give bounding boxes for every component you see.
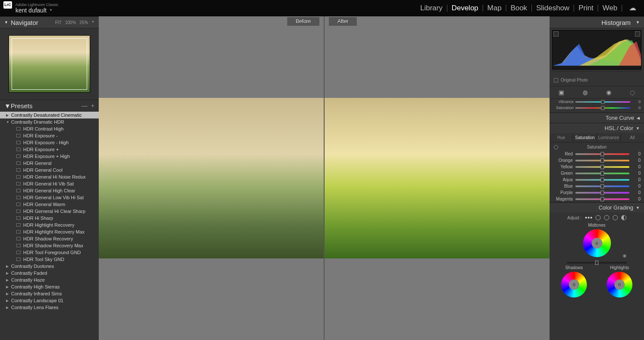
- preset-item[interactable]: HDR Exposure - High: [0, 139, 99, 146]
- identity-plate[interactable]: kent dufault ▼: [15, 7, 58, 14]
- hsl-tabs: Hue Saturation Luminance All: [550, 133, 644, 143]
- cloud-sync-icon[interactable]: ☁: [625, 3, 641, 12]
- preset-item[interactable]: HDR Exposure -: [0, 132, 99, 139]
- preset-thumb-icon: [16, 216, 21, 220]
- chevron-down-icon[interactable]: ▼: [91, 20, 94, 25]
- preset-folder[interactable]: ▶Contrastly Infrared Sims: [0, 290, 99, 297]
- nav-zoom-fit[interactable]: FIT: [55, 20, 61, 25]
- target-adjust-icon[interactable]: [554, 145, 558, 149]
- hsl-green-slider[interactable]: Green0: [553, 170, 641, 176]
- preset-item[interactable]: HDR General Low Vib Hi Sat: [0, 194, 99, 201]
- preset-item[interactable]: HDR Highlight Recovery Max: [0, 228, 99, 235]
- midtones-color-wheel[interactable]: [583, 229, 611, 257]
- preset-item[interactable]: HDR Exposure + High: [0, 153, 99, 160]
- preset-item[interactable]: HDR General Hi Noise Redux: [0, 173, 99, 180]
- module-print[interactable]: Print: [574, 4, 598, 12]
- hsl-header[interactable]: HSL / Color ▼: [550, 123, 644, 133]
- preset-folder[interactable]: ▶Contrastly Haze: [0, 276, 99, 283]
- preset-item[interactable]: HDR Shadow Recovery Max: [0, 242, 99, 249]
- module-library[interactable]: Library: [416, 4, 447, 12]
- hsl-red-slider[interactable]: Red0: [553, 151, 641, 157]
- preset-folder[interactable]: ▶Contrastly High Sierras: [0, 283, 99, 290]
- preset-item[interactable]: HDR General Warm: [0, 201, 99, 208]
- hsl-orange-slider[interactable]: Orange0: [553, 157, 641, 164]
- redeye-tool-icon[interactable]: ◉: [605, 89, 612, 96]
- basic-panel-tail: Vibrance 0 Saturation 0: [550, 99, 644, 112]
- preset-item[interactable]: HDR Highlight Recovery: [0, 222, 99, 228]
- preset-item[interactable]: HDR General High Clear: [0, 187, 99, 194]
- original-photo-toggle[interactable]: Original Photo: [550, 76, 644, 84]
- heal-tool-icon[interactable]: ◍: [582, 89, 589, 96]
- user-name: kent dufault: [15, 7, 46, 14]
- preset-item[interactable]: HDR Tool Foreground GND: [0, 249, 99, 256]
- highlights-color-wheel[interactable]: [607, 272, 632, 298]
- preset-remove-icon[interactable]: —: [82, 102, 88, 109]
- preset-thumb-icon: [16, 196, 21, 199]
- chevron-down-icon: ▼: [49, 8, 52, 12]
- presets-list: ▶Contrastly Desaturated Cinematic ▼Contr…: [0, 112, 99, 340]
- preset-item[interactable]: HDR Exposure +: [0, 146, 99, 153]
- module-web[interactable]: Web: [598, 4, 622, 12]
- shadows-color-wheel[interactable]: [561, 272, 587, 298]
- cg-view-highlights-icon[interactable]: [613, 215, 618, 220]
- histogram-header[interactable]: Histogram ▼: [550, 16, 644, 28]
- preset-item[interactable]: HDR Hi Sharp: [0, 215, 99, 222]
- tool-strip: ▣ ◍ ◉ ◌: [550, 86, 644, 99]
- module-slideshow[interactable]: Slideshow: [532, 4, 574, 12]
- navigator-header[interactable]: ▼ Navigator FIT 100% 25% ▼: [0, 16, 99, 28]
- preset-item[interactable]: HDR Tool Sky GND: [0, 256, 99, 263]
- module-map[interactable]: Map: [483, 4, 506, 12]
- preset-item[interactable]: HDR Shadow Recovery: [0, 235, 99, 242]
- nav-zoom-level[interactable]: 25%: [79, 20, 88, 25]
- preset-folder[interactable]: ▶Contrastly Lens Flares: [0, 304, 99, 311]
- preset-item[interactable]: HDR Gerneral Hi Clear Sharp: [0, 208, 99, 215]
- module-develop[interactable]: Develop: [447, 4, 483, 12]
- chevron-right-icon: ▶: [6, 292, 11, 296]
- preset-thumb-icon: [16, 161, 21, 165]
- hsl-yellow-slider[interactable]: Yellow0: [553, 164, 641, 170]
- navigator-thumbnail[interactable]: [9, 35, 90, 93]
- cg-view-shadows-icon[interactable]: [595, 215, 601, 220]
- cg-view-global-icon[interactable]: [621, 215, 626, 220]
- midtones-luminance-slider[interactable]: [567, 262, 627, 264]
- mask-tool-icon[interactable]: ◌: [629, 89, 636, 96]
- preset-item[interactable]: HDR General: [0, 160, 99, 167]
- vibrance-slider[interactable]: Vibrance 0: [553, 99, 641, 105]
- preset-add-icon[interactable]: +: [91, 102, 94, 109]
- preset-folder[interactable]: ▶Contrastly Duotones: [0, 263, 99, 270]
- saturation-slider[interactable]: Saturation 0: [553, 105, 641, 111]
- hsl-tab-saturation[interactable]: Saturation: [573, 133, 596, 142]
- image-compare-view[interactable]: Before After: [99, 16, 550, 340]
- hsl-tab-all[interactable]: All: [621, 133, 644, 142]
- preset-folder[interactable]: ▶Contrastly Landscape 01: [0, 297, 99, 304]
- tone-curve-header[interactable]: Tone Curve ◀: [550, 112, 644, 123]
- chevron-down-icon: ▼: [636, 126, 640, 131]
- left-panel-group: ▼ Navigator FIT 100% 25% ▼ ▼ Presets — +…: [0, 16, 99, 340]
- preset-thumb-icon: [16, 203, 21, 206]
- preset-folder[interactable]: ▶Contrastly Desaturated Cinematic: [0, 112, 99, 118]
- preset-folder[interactable]: ▶Contrastly Faded: [0, 270, 99, 276]
- module-book[interactable]: Book: [506, 4, 532, 12]
- preset-item[interactable]: HDR General Cool: [0, 167, 99, 173]
- hsl-tab-luminance[interactable]: Luminance: [597, 133, 620, 142]
- histogram-display[interactable]: [552, 30, 641, 70]
- color-grading-header[interactable]: Color Grading ▼: [550, 202, 644, 212]
- presets-header[interactable]: ▼ Presets — +: [0, 100, 99, 112]
- cg-view-3way-icon[interactable]: [585, 217, 592, 219]
- preset-item[interactable]: HDR Contrast High: [0, 125, 99, 132]
- hsl-magenta-slider[interactable]: Magenta0: [553, 196, 641, 202]
- hsl-blue-slider[interactable]: Blue0: [553, 183, 641, 189]
- app-logo-icon: LrC: [3, 1, 12, 9]
- crop-tool-icon[interactable]: ▣: [558, 89, 565, 96]
- module-picker: Library Develop Map Book Slideshow Print…: [416, 3, 641, 12]
- preset-item[interactable]: HDR General Hi Vib Sat: [0, 180, 99, 187]
- chevron-right-icon: ▶: [6, 285, 11, 289]
- hsl-purple-slider[interactable]: Purple0: [553, 189, 641, 196]
- nav-zoom-100[interactable]: 100%: [65, 20, 76, 25]
- preset-folder[interactable]: ▼Contrastly Dramatic HDR: [0, 118, 99, 125]
- chevron-down-icon: ▼: [636, 206, 640, 210]
- hsl-tab-hue[interactable]: Hue: [550, 133, 573, 142]
- hsl-aqua-slider[interactable]: Aqua0: [553, 176, 641, 183]
- cg-view-midtones-icon[interactable]: [604, 215, 609, 220]
- preset-thumb-icon: [16, 244, 21, 247]
